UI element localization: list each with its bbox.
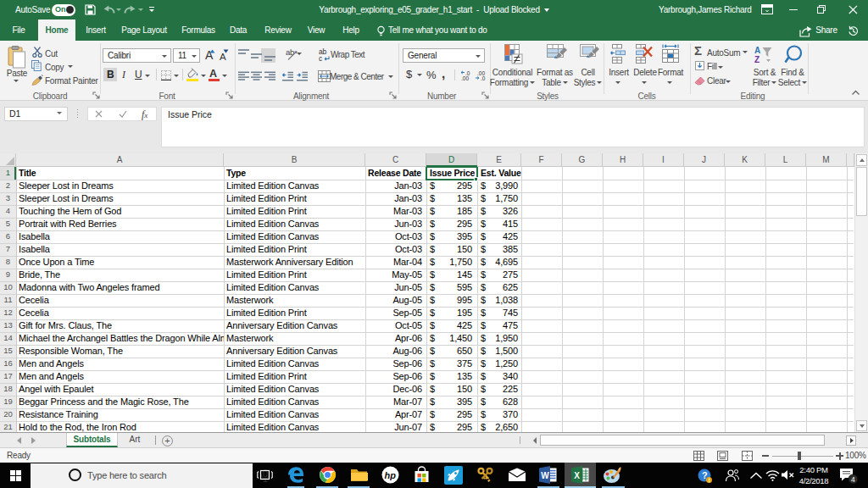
svg-text:W: W [541, 471, 549, 480]
svg-text:.00: .00 [461, 75, 469, 81]
svg-text:Z: Z [754, 55, 760, 64]
svg-text:X: X [574, 471, 580, 480]
svg-text:hp: hp [385, 470, 397, 480]
svg-text:4: 4 [851, 475, 855, 484]
svg-text:A: A [754, 46, 760, 55]
